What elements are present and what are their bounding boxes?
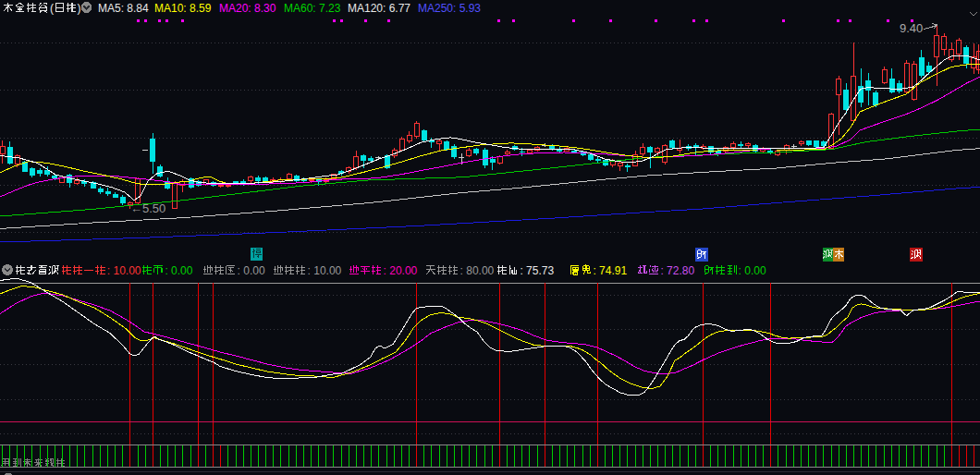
svg-text:: 80.00: : 80.00 xyxy=(460,264,495,277)
svg-text:: 0.00: : 0.00 xyxy=(165,264,192,277)
svg-text:MA250: 5.93: MA250: 5.93 xyxy=(418,2,481,15)
svg-text:(: ( xyxy=(50,2,54,15)
svg-text:MA20: 8.30: MA20: 8.30 xyxy=(219,2,276,15)
svg-text:: 20.00: : 20.00 xyxy=(384,264,418,277)
svg-text:MA10: 8.59: MA10: 8.59 xyxy=(154,2,212,15)
svg-text:: 0.00: : 0.00 xyxy=(739,264,766,277)
svg-text:): ) xyxy=(78,2,81,15)
svg-text:: 10.00: : 10.00 xyxy=(308,264,342,277)
svg-text:MA5: 8.84: MA5: 8.84 xyxy=(98,2,149,15)
svg-text:MA60: 7.23: MA60: 7.23 xyxy=(284,2,341,15)
svg-text:: 10.00: : 10.00 xyxy=(107,264,141,277)
svg-text:MA120: 6.77: MA120: 6.77 xyxy=(348,2,410,15)
svg-text:9.40: 9.40 xyxy=(900,21,923,35)
svg-text:: 0.00: : 0.00 xyxy=(238,264,265,277)
svg-text:←5.50: ←5.50 xyxy=(130,201,165,215)
svg-text:: 74.91: : 74.91 xyxy=(593,264,627,277)
svg-text:: 75.73: : 75.73 xyxy=(520,264,554,277)
svg-text:: 72.80: : 72.80 xyxy=(660,264,694,277)
